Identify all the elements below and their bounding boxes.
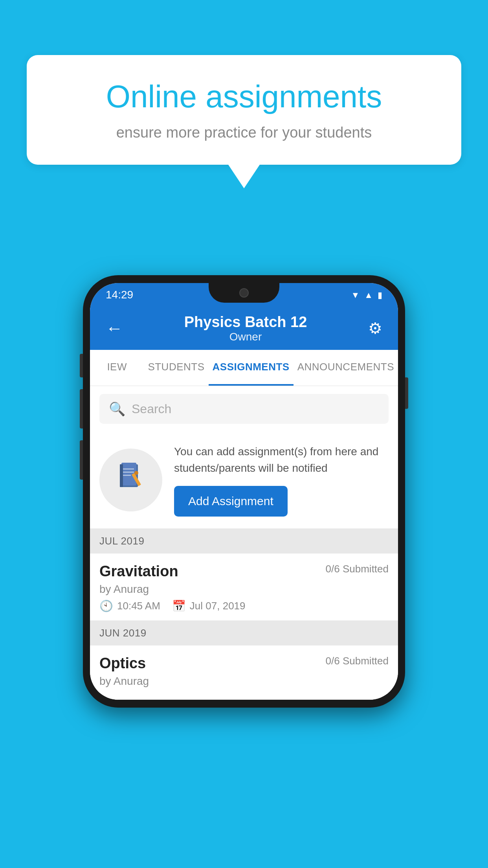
app-bar-title: Physics Batch 12 [127, 314, 364, 331]
speech-bubble-subtitle: ensure more practice for your students [54, 124, 434, 141]
assignment-row1-optics: Optics 0/6 Submitted [99, 655, 389, 672]
search-placeholder: Search [132, 402, 171, 416]
clock-icon: 🕙 [99, 600, 113, 612]
search-icon: 🔍 [109, 401, 125, 417]
notebook-icon [115, 461, 147, 499]
speech-bubble-title: Online assignments [54, 79, 434, 115]
speech-bubble: Online assignments ensure more practice … [27, 55, 461, 165]
promo-icon-circle [99, 449, 162, 511]
volume-up-button [80, 354, 83, 377]
calendar-icon: 📅 [172, 600, 186, 612]
phone-camera [239, 288, 249, 298]
month-header-jun: JUN 2019 [90, 621, 398, 645]
tab-assignments[interactable]: ASSIGNMENTS [209, 350, 294, 386]
add-assignment-button[interactable]: Add Assignment [174, 486, 288, 517]
promo-content: You can add assignment(s) from here and … [174, 443, 386, 517]
assignment-row1: Gravitation 0/6 Submitted [99, 563, 389, 580]
assignment-title-gravitation: Gravitation [99, 563, 178, 580]
power-button [405, 377, 408, 409]
assignment-item-gravitation[interactable]: Gravitation 0/6 Submitted by Anurag 🕙 10… [90, 554, 398, 621]
tab-students[interactable]: STUDENTS [144, 350, 208, 386]
tab-announcements[interactable]: ANNOUNCEMENTS [294, 350, 398, 386]
back-button[interactable]: ← [102, 314, 127, 342]
search-box[interactable]: 🔍 Search [99, 394, 389, 424]
assignment-item-optics[interactable]: Optics 0/6 Submitted by Anurag [90, 645, 398, 700]
silent-button [80, 440, 83, 480]
assignment-submitted-gravitation: 0/6 Submitted [326, 563, 389, 575]
status-icons [351, 289, 382, 300]
volume-down-button [80, 389, 83, 428]
app-bar: ← Physics Batch 12 Owner ⚙ [90, 307, 398, 350]
app-bar-title-container: Physics Batch 12 Owner [127, 314, 364, 343]
assignment-date-gravitation: 📅 Jul 07, 2019 [172, 600, 246, 612]
promo-card: You can add assignment(s) from here and … [90, 432, 398, 529]
phone-container: 14:29 ← Physics Batch 12 Owner ⚙ IEW [83, 275, 405, 708]
assignment-meta-gravitation: 🕙 10:45 AM 📅 Jul 07, 2019 [99, 600, 389, 612]
month-header-jul: JUL 2019 [90, 529, 398, 554]
status-time: 14:29 [106, 289, 133, 301]
speech-bubble-arrow [228, 165, 260, 188]
phone-frame: 14:29 ← Physics Batch 12 Owner ⚙ IEW [83, 275, 405, 708]
phone-notch [209, 283, 279, 303]
tabs-container: IEW STUDENTS ASSIGNMENTS ANNOUNCEMENTS [90, 350, 398, 386]
settings-button[interactable]: ⚙ [364, 315, 386, 341]
assignment-submitted-optics: 0/6 Submitted [326, 655, 389, 667]
svg-rect-2 [120, 464, 123, 487]
app-bar-subtitle: Owner [127, 331, 364, 343]
battery-icon [378, 289, 382, 300]
signal-icon [364, 289, 373, 300]
speech-bubble-section: Online assignments ensure more practice … [27, 55, 461, 188]
promo-description: You can add assignment(s) from here and … [174, 443, 386, 476]
search-container: 🔍 Search [90, 386, 398, 432]
phone-screen: 14:29 ← Physics Batch 12 Owner ⚙ IEW [90, 283, 398, 700]
assignment-time-gravitation: 🕙 10:45 AM [99, 600, 160, 612]
assignment-title-optics: Optics [99, 655, 146, 672]
svg-point-7 [134, 471, 138, 475]
tab-iew[interactable]: IEW [90, 350, 144, 386]
assignment-by-optics: by Anurag [99, 675, 389, 688]
assignment-by-gravitation: by Anurag [99, 583, 389, 596]
wifi-icon [351, 289, 360, 300]
